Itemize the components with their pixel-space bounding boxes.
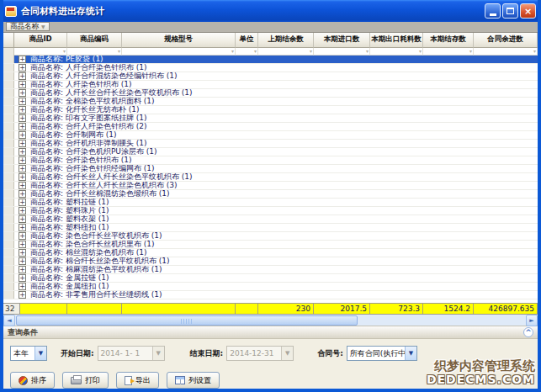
expand-plus-icon[interactable]: + <box>19 89 26 97</box>
column-header[interactable]: 单位 <box>236 33 258 48</box>
filter-cell[interactable]: ▾ <box>423 48 474 56</box>
sort-button[interactable]: 排序 <box>10 372 55 389</box>
filter-cell[interactable]: ▾ <box>314 48 370 56</box>
table-row[interactable]: +商品名称: 化纤长丝无纺布朴 (1) <box>3 106 538 114</box>
column-header[interactable]: 商品编码 <box>67 33 122 48</box>
table-row[interactable]: +商品名称: 合纤长丝人纤长丝染色机织布 (3) <box>3 182 538 190</box>
expand-plus-icon[interactable]: + <box>19 173 26 181</box>
table-row[interactable]: +商品名称: 合纤染色针织经编网布 (1) <box>3 165 538 173</box>
table-row[interactable]: +商品名称: PE胶袋 (1) <box>3 56 538 64</box>
expand-plus-icon[interactable]: + <box>19 182 26 189</box>
table-row[interactable]: +商品名称: 塑料拉链 (1) <box>3 199 538 207</box>
filter-cell[interactable]: ▾ <box>236 48 258 56</box>
table-row[interactable]: +商品名称: 人纤合纤染色针织布 (1) <box>3 64 538 72</box>
scrollbar-thumb[interactable] <box>16 315 358 326</box>
scroll-right-arrow-icon[interactable]: ► <box>526 315 538 326</box>
expand-plus-icon[interactable]: + <box>19 232 26 240</box>
expand-plus-icon[interactable]: + <box>19 148 26 156</box>
expand-plus-icon[interactable]: + <box>19 274 26 282</box>
filter-dropdown-icon: ▾ <box>533 49 536 54</box>
horizontal-scrollbar[interactable]: ◄ ► <box>3 315 538 326</box>
expand-plus-icon[interactable]: + <box>19 190 26 198</box>
column-header[interactable]: 规格型号 <box>122 33 236 48</box>
column-header[interactable]: 本期结存数 <box>423 33 474 48</box>
expand-plus-icon[interactable]: + <box>19 131 26 139</box>
expand-plus-icon[interactable]: + <box>19 241 26 248</box>
table-row[interactable]: +商品名称: 人纤染色针织布 (1) <box>3 81 538 89</box>
contract-number-select[interactable]: 所有合同(执行中 ▼ <box>347 346 417 361</box>
table-row[interactable]: +商品名称: 染色合纤长丝平纹机织布 (1) <box>3 232 538 241</box>
column-header[interactable]: 本期出口耗料数 <box>370 33 423 48</box>
table-row[interactable]: +商品名称: 塑料衣架 (1) <box>3 215 538 224</box>
table-row[interactable]: +商品名称: 棉麻混纺染色平纹机织布 (1) <box>3 266 538 274</box>
expand-plus-icon[interactable]: + <box>19 224 26 231</box>
group-by-field-button[interactable]: 商品名称 ▼ <box>6 22 50 31</box>
expand-plus-icon[interactable]: + <box>19 291 26 299</box>
scroll-left-arrow-icon[interactable]: ◄ <box>3 315 15 326</box>
minimize-button[interactable] <box>485 3 501 19</box>
expand-plus-icon[interactable]: + <box>19 156 26 164</box>
expand-plus-icon[interactable]: + <box>19 249 26 257</box>
column-header[interactable]: 本期进口数 <box>314 33 370 48</box>
table-row[interactable]: +商品名称: 塑料珠片 (1) <box>3 207 538 215</box>
collapse-chevron-icon[interactable]: ^ <box>523 327 533 337</box>
table-row[interactable]: +商品名称: 合纤染色机织PU涂层布 (1) <box>3 148 538 156</box>
expand-plus-icon[interactable]: + <box>19 106 26 114</box>
maximize-button[interactable] <box>502 3 518 19</box>
table-row[interactable]: +商品名称: 人纤长丝合纤长丝染色平纹机织布 (1) <box>3 89 538 98</box>
filter-cell[interactable]: ▾ <box>474 48 538 56</box>
table-row[interactable]: +商品名称: 合纤机织非弹制腰头 (1) <box>3 140 538 148</box>
filter-cell[interactable]: ▾ <box>14 48 67 56</box>
column-settings-button[interactable]: 列设置 <box>167 372 220 389</box>
table-row[interactable]: +商品名称: 金属拉链 (1) <box>3 274 538 283</box>
table-row[interactable]: +商品名称: 合纤人纤染色针织布 (2) <box>3 123 538 131</box>
row-indicator <box>3 207 14 215</box>
close-button[interactable]: × <box>520 3 536 19</box>
table-row[interactable]: +商品名称: 合纤制网布 (1) <box>3 131 538 140</box>
column-header[interactable]: 商品ID <box>14 33 67 48</box>
table-row[interactable]: +商品名称: 合纤长丝人纤长丝染色平纹机织布 (1) <box>3 173 538 182</box>
start-date-label: 开始日期: <box>61 348 94 359</box>
export-button[interactable]: 导出 <box>116 372 159 389</box>
table-row[interactable]: +商品名称: 印有文字图案纸挂牌 (1) <box>3 114 538 123</box>
filter-cell[interactable]: ▾ <box>122 48 236 56</box>
table-row[interactable]: +商品名称: 金属纽扣 (1) <box>3 283 538 291</box>
expand-plus-icon[interactable]: + <box>19 72 26 80</box>
table-row[interactable]: +商品名称: 塑料纽扣 (1) <box>3 224 538 232</box>
row-indicator <box>3 190 14 199</box>
filter-cell[interactable]: ▾ <box>67 48 122 56</box>
table-row[interactable]: +商品名称: 合纤长丝棉混纺染色缎织布 (1) <box>3 190 538 199</box>
row-indicator <box>3 148 14 156</box>
end-date-select[interactable]: 2014-12-31 ▼ <box>226 346 294 361</box>
expand-plus-icon[interactable]: + <box>19 98 26 105</box>
expand-plus-icon[interactable]: + <box>19 257 26 265</box>
expand-plus-icon[interactable]: + <box>19 123 26 130</box>
titlebar[interactable]: 合同材料进出存统计 × <box>0 0 541 22</box>
expand-plus-icon[interactable]: + <box>19 56 26 63</box>
table-row[interactable]: +商品名称: 染色合纤长丝机织里布 (1) <box>3 241 538 249</box>
expand-plus-icon[interactable]: + <box>19 266 26 273</box>
expand-plus-icon[interactable]: + <box>19 207 26 215</box>
row-indicator <box>3 257 14 266</box>
expand-plus-icon[interactable]: + <box>19 64 26 72</box>
filter-cell[interactable]: ▾ <box>258 48 314 56</box>
table-row[interactable]: +商品名称: 棉丝混纺染色机织布 (1) <box>3 249 538 257</box>
column-header[interactable]: 合同余进数 <box>474 33 538 48</box>
table-row[interactable]: +商品名称: 合纤染色针织布 (1) <box>3 156 538 165</box>
expand-plus-icon[interactable]: + <box>19 283 26 290</box>
expand-plus-icon[interactable]: + <box>19 165 26 172</box>
column-header[interactable]: 上期结余数 <box>258 33 314 48</box>
expand-plus-icon[interactable]: + <box>19 114 26 122</box>
expand-plus-icon[interactable]: + <box>19 199 26 206</box>
print-button[interactable]: 打印 <box>62 372 109 389</box>
table-row[interactable]: +商品名称: 棉合纤长丝染色平纹机织布 (1) <box>3 257 538 266</box>
table-row[interactable]: +商品名称: 全棉染色平纹机织面料 (1) <box>3 98 538 106</box>
expand-plus-icon[interactable]: + <box>19 140 26 147</box>
period-select[interactable]: 本年 ▼ <box>10 346 47 361</box>
expand-plus-icon[interactable]: + <box>19 215 26 223</box>
start-date-select[interactable]: 2014- 1- 1 ▼ <box>98 346 165 361</box>
table-row[interactable]: +商品名称: 人纤合纤混纺染色经编针织布 (1) <box>3 72 538 81</box>
filter-cell[interactable]: ▾ <box>370 48 423 56</box>
expand-plus-icon[interactable]: + <box>19 81 26 88</box>
table-row[interactable]: +商品名称: 非零售用合纤长丝缝纫线 (1) <box>3 291 538 299</box>
